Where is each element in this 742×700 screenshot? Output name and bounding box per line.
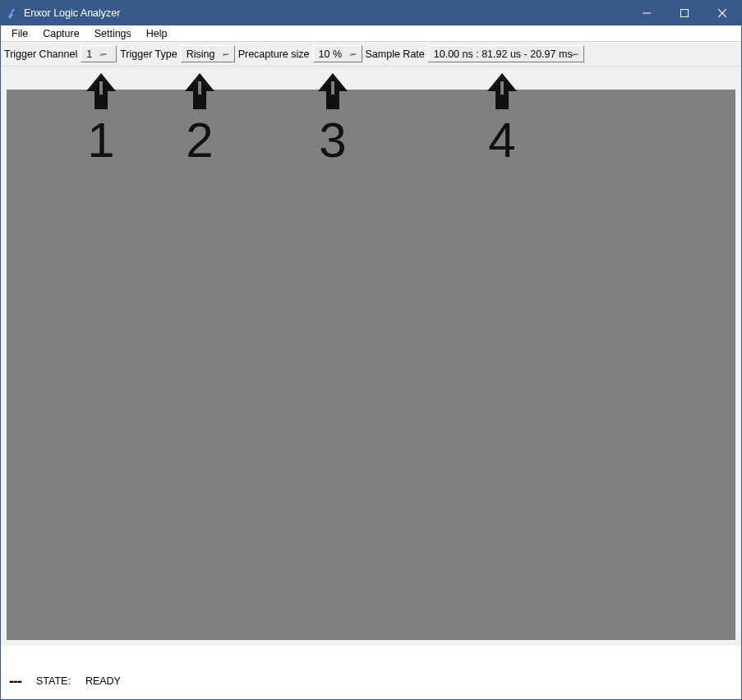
menu-help[interactable]: Help [139,27,175,40]
arrow-up-icon [182,73,218,114]
minimize-button[interactable] [628,1,666,25]
svg-rect-3 [331,81,334,94]
annotation-3: 3 [315,73,351,165]
annotation-4: 4 [484,73,520,165]
window-title: Enxor Logic Analyzer [24,7,120,19]
sample-rate-label: Sample Rate [366,48,425,60]
trigger-type-dropdown[interactable]: Rising [181,45,235,62]
arrow-up-icon [83,73,119,114]
precapture-size-dropdown[interactable]: 10 % [313,45,362,62]
menu-bar: File Capture Settings Help [1,25,741,42]
close-button[interactable] [703,1,741,25]
svg-rect-1 [99,81,103,94]
sample-rate-dropdown[interactable]: 10.00 ns : 81.92 us - 20.97 ms [428,45,584,62]
svg-rect-0 [681,10,689,17]
toolbar: Trigger Channel 1 Trigger Type Rising Pr… [1,42,741,67]
annotation-1-label: 1 [83,116,119,165]
trigger-channel-dropdown[interactable]: 1 [81,45,117,62]
arrow-up-icon [315,73,351,114]
menu-capture[interactable]: Capture [35,27,86,40]
chevron-down-icon [219,51,230,58]
chevron-down-icon [578,51,580,58]
trigger-type-label: Trigger Type [120,48,177,60]
state-value: READY [85,675,121,687]
status-bar: --- STATE: READY [1,663,741,699]
precapture-size-value: 10 % [319,48,343,60]
svg-rect-2 [198,81,201,94]
trigger-type-value: Rising [187,48,215,60]
annotation-2: 2 [182,73,218,165]
state-label: STATE: [36,675,71,687]
annotation-4-label: 4 [484,116,520,165]
canvas-wrap: 1 2 3 4 [1,67,741,646]
arrow-up-icon [484,73,520,114]
annotation-1: 1 [83,73,119,165]
trigger-channel-label: Trigger Channel [4,48,77,60]
chevron-down-icon [347,51,358,58]
precapture-size-label: Precapture size [238,48,310,60]
menu-file[interactable]: File [4,27,35,40]
maximize-button[interactable] [666,1,703,25]
menu-settings[interactable]: Settings [87,27,139,40]
waveform-canvas[interactable]: 1 2 3 4 [7,90,735,640]
chevron-down-icon [97,51,108,58]
title-bar: Enxor Logic Analyzer [1,1,741,25]
sample-rate-value: 10.00 ns : 81.92 us - 20.97 ms [434,48,573,60]
trigger-channel-value: 1 [86,48,92,60]
status-indicator: --- [9,673,21,690]
app-icon [6,7,19,20]
annotation-3-label: 3 [315,116,351,165]
svg-rect-4 [500,81,504,94]
annotation-2-label: 2 [182,116,218,165]
